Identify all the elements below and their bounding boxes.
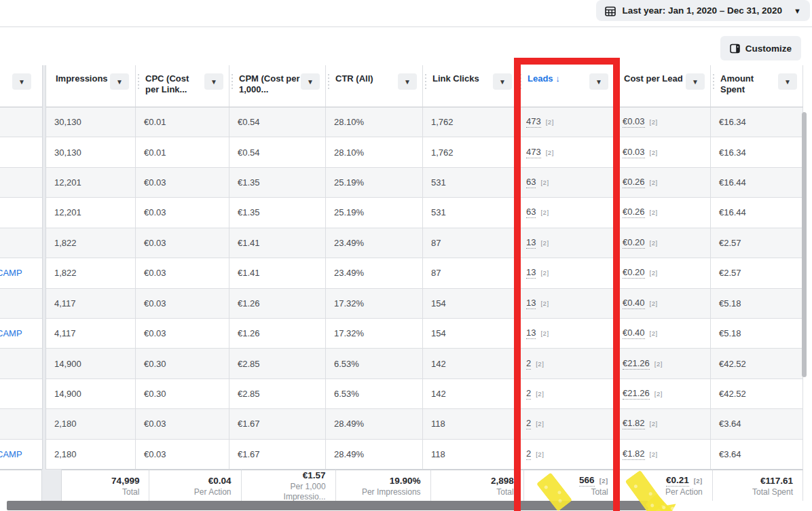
cell-cpm: €1.35 [229, 198, 326, 228]
cell-impressions: 30,130 [46, 137, 136, 167]
campaign-name-link[interactable]: CAMP [0, 268, 22, 278]
column-menu-caret-icon[interactable]: ▼ [12, 73, 31, 90]
column-header-leads: Leads ↓▼ [518, 65, 614, 107]
vertical-scrollbar[interactable] [802, 112, 807, 377]
column-drag-handle-icon[interactable] [616, 74, 618, 89]
total-value: €0.04 [194, 476, 232, 486]
frozen-column-divider [41, 470, 62, 501]
column-menu-caret-icon[interactable]: ▼ [204, 73, 223, 90]
metric-value-link[interactable]: 473 [526, 147, 541, 158]
cell-campaign-name [0, 349, 42, 378]
cell-cost-per-lead: €1.82[2] [614, 440, 711, 470]
cell-cpc: €0.30 [136, 349, 229, 378]
cell-cpc: €0.03 [136, 168, 229, 198]
cell-leads: 2[2] [518, 440, 614, 470]
column-header-label[interactable]: CPM (Cost per 1,000... [239, 73, 301, 95]
metric-value-link[interactable]: €0.26 [623, 177, 645, 188]
column-header-label[interactable]: CPC (Cost per Link... [145, 73, 204, 95]
column-drag-handle-icon[interactable] [328, 74, 329, 89]
column-header-label[interactable]: Leads ↓ [528, 73, 589, 84]
metric-value-link[interactable]: 2 [526, 448, 531, 460]
campaign-name-link[interactable]: CAMP [0, 449, 22, 459]
cell-impressions: 1,822 [46, 258, 136, 288]
metric-value-link[interactable]: 2 [526, 358, 531, 370]
metric-value-link[interactable]: 63 [526, 207, 536, 218]
metric-value-link[interactable]: €0.26 [623, 207, 645, 218]
metric-value-link[interactable]: €0.20 [623, 237, 645, 249]
column-drag-handle-icon[interactable] [713, 74, 714, 89]
metric-value-link[interactable]: €0.40 [623, 298, 645, 309]
table-totals-row: 74,999Total€0.04Per Action€1.57Per 1,000… [0, 470, 803, 501]
metric-value-link[interactable]: €0.03 [623, 116, 645, 128]
metric-value-link[interactable]: €1.82 [623, 418, 645, 429]
column-header-label[interactable]: Impressions [56, 73, 110, 84]
horizontal-scrollbar[interactable] [7, 501, 648, 510]
cell-cost-per-lead: €0.20[2] [614, 258, 711, 288]
cell-cost-per-lead: €21.26[2] [614, 379, 711, 409]
cell-cpc: €0.03 [136, 258, 229, 288]
total-sublabel: Total [579, 487, 608, 497]
top-bar: Last year: Jan 1, 2020 – Dec 31, 2020 ▼ [0, 0, 812, 27]
cell-cpm: €1.67 [229, 409, 326, 439]
attribution-note: [2] [654, 390, 663, 398]
total-value-link[interactable]: €0.21 [666, 475, 689, 487]
metric-value-link[interactable]: €0.03 [623, 147, 645, 158]
metric-value-link[interactable]: 473 [526, 116, 541, 128]
metric-value-link[interactable]: €21.26 [623, 388, 650, 400]
column-drag-handle-icon[interactable] [425, 74, 426, 89]
cell-link-clicks: 118 [423, 409, 518, 439]
column-menu-caret-icon[interactable]: ▼ [686, 73, 705, 90]
cell-cpc: €0.03 [136, 319, 229, 349]
metric-value-link[interactable]: €21.26 [623, 358, 650, 370]
column-header-label[interactable]: Cost per Lead [624, 73, 686, 84]
cell-amount-spent: €16.34 [711, 137, 803, 167]
column-menu-caret-icon[interactable]: ▼ [493, 73, 512, 90]
table-row: 2,180€0.03€1.6728.49%1182[2]€1.82[2]€3.6… [0, 409, 803, 439]
attribution-note: [2] [540, 269, 549, 277]
metric-value-link[interactable]: 13 [526, 298, 536, 309]
customize-button[interactable]: Customize [720, 36, 801, 60]
total-cell-leads: 566[2]Total [524, 470, 619, 501]
column-menu-caret-icon[interactable]: ▼ [589, 73, 608, 90]
metric-value-link[interactable]: €0.20 [623, 267, 645, 279]
metric-value-link[interactable]: €0.40 [623, 328, 645, 339]
cell-link-clicks: 142 [423, 349, 518, 378]
cell-cpc: €0.03 [136, 289, 229, 319]
attribution-note: [2] [540, 179, 549, 186]
column-menu-caret-icon[interactable]: ▼ [301, 73, 320, 90]
total-sublabel: Total [111, 487, 139, 497]
total-value-link[interactable]: 566 [579, 475, 595, 487]
cell-cpm: €1.67 [229, 440, 326, 470]
cell-ctr: 23.49% [326, 228, 423, 258]
metric-value-link[interactable]: 2 [526, 418, 531, 429]
table-row: 14,900€0.30€2.856.53%1422[2]€21.26[2]€42… [0, 349, 803, 378]
metric-value-link[interactable]: 13 [526, 328, 536, 339]
cell-cost-per-lead: €0.20[2] [614, 228, 711, 258]
cell-amount-spent: €2.57 [711, 258, 803, 288]
cell-ctr: 25.19% [326, 168, 423, 198]
column-drag-handle-icon[interactable] [138, 74, 139, 89]
cell-ctr: 6.53% [326, 349, 423, 378]
column-header-label[interactable]: Amount Spent [720, 73, 778, 95]
column-header-label[interactable]: Link Clicks [432, 73, 493, 84]
date-range-selector[interactable]: Last year: Jan 1, 2020 – Dec 31, 2020 ▼ [596, 0, 810, 21]
metric-value-link[interactable]: 13 [526, 237, 536, 249]
cell-leads: 63[2] [518, 168, 614, 198]
metric-value-link[interactable]: 2 [526, 388, 531, 400]
metric-value-link[interactable]: 13 [526, 267, 536, 279]
cell-cost-per-lead: €0.26[2] [614, 168, 711, 198]
campaign-name-link[interactable]: CAMP [0, 328, 22, 338]
column-drag-handle-icon[interactable] [520, 74, 521, 89]
column-menu-caret-icon[interactable]: ▼ [778, 73, 797, 90]
column-menu-caret-icon[interactable]: ▼ [110, 73, 129, 90]
attribution-note: [2] [546, 118, 554, 126]
column-header-cost-per-lead: Cost per Lead▼ [614, 65, 711, 107]
cell-link-clicks: 87 [423, 228, 518, 258]
column-drag-handle-icon[interactable] [232, 74, 233, 89]
metric-value-link[interactable]: 63 [526, 177, 536, 188]
metric-value-link[interactable]: €1.82 [623, 448, 645, 460]
column-header-cpc: CPC (Cost per Link...▼ [136, 65, 229, 107]
column-menu-caret-icon[interactable]: ▼ [398, 73, 417, 90]
cell-cpc: €0.03 [136, 228, 229, 258]
column-header-label[interactable]: CTR (All) [335, 73, 398, 84]
